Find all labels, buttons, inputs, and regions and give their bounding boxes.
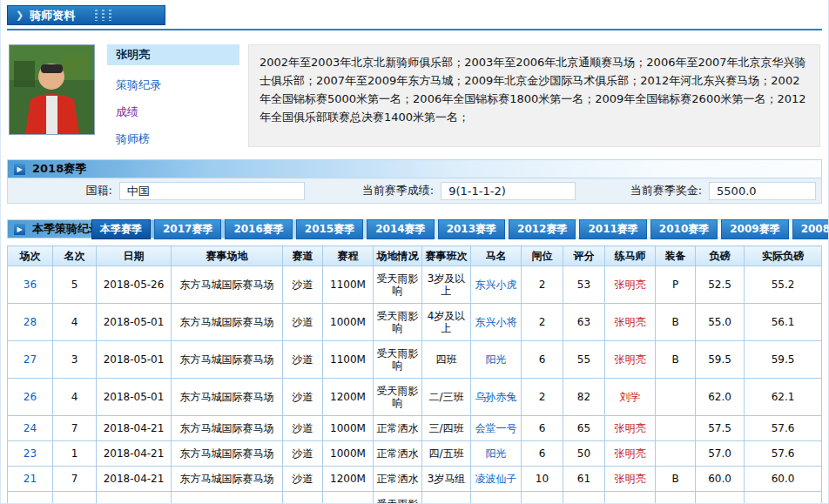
horse-name-link[interactable]: 阳光	[486, 447, 507, 460]
table-cell: 好声音	[471, 492, 522, 504]
table-cell: 东兴小将	[471, 304, 522, 341]
table-cell: 50	[563, 441, 605, 467]
tab-2012赛季[interactable]: 2012赛季	[509, 219, 576, 239]
table-cell: 1100M	[323, 341, 374, 379]
tab-2010赛季[interactable]: 2010赛季	[650, 219, 718, 239]
records-title: 本季策骑纪录	[32, 221, 95, 237]
horse-name-link[interactable]: 东兴小虎	[475, 279, 517, 291]
column-header: 评分	[563, 246, 605, 266]
table-cell: 7	[53, 416, 97, 441]
season-title: 2018赛季	[32, 161, 86, 177]
race-number-link[interactable]: 23	[24, 447, 37, 460]
records-section-header: ▶ 本季策骑纪录 本季赛季2017赛季2016赛季2015赛季2014赛季201…	[7, 219, 822, 239]
race-number-link[interactable]: 24	[24, 422, 37, 434]
table-cell: 13	[522, 492, 563, 504]
race-number-link[interactable]: 36	[24, 279, 37, 291]
results-link[interactable]: 成绩	[116, 104, 241, 120]
season-tabs: 本季赛季2017赛季2016赛季2015赛季2014赛季2013赛季2012赛季…	[91, 219, 829, 239]
trainer-link[interactable]: 张明亮	[615, 316, 646, 328]
horse-name-link[interactable]: 东兴小将	[475, 316, 517, 328]
trainer-link[interactable]: 张明亮	[615, 353, 646, 366]
page-title: 骑师资料	[30, 8, 75, 24]
table-cell: 1	[53, 441, 97, 467]
table-cell: 23	[8, 441, 53, 467]
trainer-link[interactable]: 张明亮	[615, 422, 646, 434]
table-cell: 55.0	[696, 304, 745, 341]
jockey-ranking-link[interactable]: 骑师榜	[116, 131, 241, 147]
records-table-head: 场次名次日期赛事场地赛道赛程场地情况赛事班次马名闸位评分练马师装备负磅实际负磅	[8, 246, 822, 266]
table-row: 3652018-05-26东方马城国际赛马场沙道1100M受天雨影响3岁及以上东…	[8, 266, 822, 304]
table-cell: 东方马城国际赛马场	[172, 341, 283, 379]
column-header: 练马师	[605, 246, 656, 266]
tab-2014赛季[interactable]: 2014赛季	[367, 219, 434, 239]
table-cell: 受天雨影响	[374, 266, 422, 304]
table-cell: 57.6	[745, 441, 822, 467]
tab-2015赛季[interactable]: 2015赛季	[296, 219, 363, 239]
table-cell: 6	[522, 341, 563, 379]
table-cell: 59.5	[745, 341, 822, 379]
table-cell: 东方马城国际赛马场	[172, 492, 283, 504]
table-cell: 会堂一号	[471, 416, 522, 441]
column-header: 日期	[97, 246, 172, 266]
column-header: 场次	[8, 246, 53, 266]
table-cell: 三/四班	[422, 492, 471, 504]
race-number-link[interactable]: 21	[24, 473, 37, 485]
table-cell: 沙道	[283, 266, 323, 304]
table-cell: 1200M	[323, 467, 374, 492]
horse-name-link[interactable]: 乌孙赤兔	[475, 391, 517, 403]
horse-name-link[interactable]: 阳光	[486, 353, 507, 366]
table-cell: 28	[8, 304, 53, 341]
table-cell: 63	[563, 304, 605, 341]
tab-本季赛季[interactable]: 本季赛季	[91, 219, 151, 239]
column-header: 实际负磅	[745, 246, 822, 266]
table-cell: 正常洒水	[374, 467, 422, 492]
table-cell: B	[656, 492, 696, 504]
table-cell: 7	[53, 467, 97, 492]
table-cell	[656, 379, 696, 416]
table-cell: 21	[8, 467, 53, 492]
table-cell: 三/四班	[422, 416, 471, 441]
table-cell: 16	[8, 492, 53, 504]
jockey-photo	[9, 44, 95, 135]
tab-2016赛季[interactable]: 2016赛季	[225, 219, 292, 239]
trainer-link[interactable]: 张明亮	[615, 473, 646, 485]
riding-record-link[interactable]: 策骑纪录	[116, 77, 241, 93]
tab-2008赛季[interactable]: 2008赛季	[792, 219, 829, 239]
table-cell: 东方马城国际赛马场	[172, 416, 283, 441]
page-title-box: ❯ 骑师资料	[7, 5, 165, 25]
table-cell: 沙道	[283, 304, 323, 341]
table-cell: 62.0	[696, 379, 745, 416]
table-cell: 36	[8, 266, 53, 304]
tab-2013赛季[interactable]: 2013赛季	[438, 219, 505, 239]
horse-name-link[interactable]: 会堂一号	[475, 422, 517, 434]
jockey-photo-image	[10, 45, 94, 134]
trainer-link[interactable]: 张明亮	[615, 279, 646, 291]
profile-links: 策骑纪录 成绩 骑师榜	[107, 77, 241, 147]
table-cell: 张明亮	[605, 441, 656, 467]
table-cell: 2018-04-21	[97, 416, 172, 441]
profile-section: 张明亮 策骑纪录 成绩 骑师榜 2002年至2003年北京北新骑师俱乐部；200…	[9, 44, 820, 147]
table-cell: P	[656, 266, 696, 304]
race-number-link[interactable]: 27	[24, 353, 37, 366]
column-header: 装备	[656, 246, 696, 266]
table-cell: 2	[522, 266, 563, 304]
table-cell: 张明亮	[605, 341, 656, 379]
table-cell: 沙道	[283, 492, 323, 504]
table-cell: 沙道	[283, 467, 323, 492]
table-cell: 张明亮	[605, 492, 656, 504]
tab-2017赛季[interactable]: 2017赛季	[154, 219, 221, 239]
table-cell: 59.5	[696, 341, 745, 379]
table-cell: 2018-05-01	[97, 304, 172, 341]
trainer-link[interactable]: 张明亮	[615, 447, 646, 460]
race-number-link[interactable]: 26	[24, 391, 37, 403]
table-cell: 阳光	[471, 441, 522, 467]
tab-2011赛季[interactable]: 2011赛季	[579, 219, 646, 239]
table-row: 1622018-04-14东方马城国际赛马场沙道1200M受天雨影响三/四班好声…	[8, 492, 822, 504]
trainer-link[interactable]: 刘学	[620, 391, 641, 403]
race-number-link[interactable]: 28	[24, 316, 37, 328]
tab-2009赛季[interactable]: 2009赛季	[721, 219, 788, 239]
horse-name-link[interactable]: 凌波仙子	[475, 473, 517, 485]
table-cell: 56.7	[745, 492, 822, 504]
table-cell: 东方马城国际赛马场	[172, 467, 283, 492]
table-cell: 沙道	[283, 379, 323, 416]
